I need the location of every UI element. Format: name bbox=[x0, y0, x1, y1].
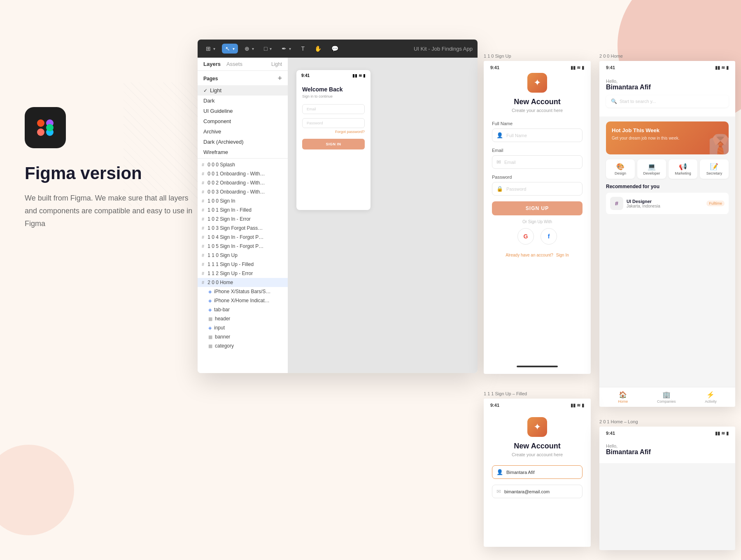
job-listing-item[interactable]: # UI Designer Jakarta, Indonesia Fulltim… bbox=[606, 193, 729, 214]
google-signin-button[interactable]: G bbox=[517, 228, 534, 245]
layer-item[interactable]: # 1 0 3 Sign Forgot Password bbox=[198, 224, 288, 233]
layer-item[interactable]: # 1 0 0 Sign In bbox=[198, 196, 288, 205]
fullname-field[interactable]: 👤 Full Name bbox=[492, 128, 583, 142]
home-search-bar[interactable]: 🔍 Start to search y... bbox=[606, 95, 729, 107]
home-long-header: Hello, Bimantara Afif bbox=[599, 439, 735, 463]
category-design[interactable]: 🎨 Design bbox=[606, 159, 635, 179]
page-item-component[interactable]: Component bbox=[198, 116, 288, 126]
page-item-ui-guideline[interactable]: UI Guideline bbox=[198, 106, 288, 116]
page-name-dark: Dark bbox=[203, 98, 214, 104]
layer-name: category bbox=[215, 343, 234, 349]
layer-item[interactable]: # 1 1 0 Sign Up bbox=[198, 251, 288, 260]
screen-body: Welcome Back Sign in to continue Email P… bbox=[296, 79, 370, 156]
layer-item-sub[interactable]: ▦ banner bbox=[198, 332, 288, 341]
layer-item[interactable]: # 1 0 5 Sign In - Forgot Password R... bbox=[198, 242, 288, 251]
layer-item[interactable]: # 1 1 1 Sign Up - Filled bbox=[198, 260, 288, 269]
filled-name-field[interactable]: 👤 Bimantara Afif bbox=[492, 465, 583, 479]
add-page-button[interactable]: + bbox=[277, 74, 282, 83]
screen-icons: ▮▮ ≋ ▮ bbox=[352, 73, 366, 78]
shape-icon: □ bbox=[264, 45, 267, 52]
layer-item-sub[interactable]: ◈ input bbox=[198, 323, 288, 332]
layer-item-sub[interactable]: ◈ iPhone X/Status Bars/Status Ba... bbox=[198, 287, 288, 296]
layer-name: 1 0 2 Sign In - Error bbox=[207, 216, 251, 222]
pages-list: ✓ Light Dark UI Guideline Component Arch… bbox=[198, 84, 288, 159]
component-icon: ◈ bbox=[208, 298, 212, 303]
facebook-signin-button[interactable]: f bbox=[541, 228, 557, 245]
layer-item-home[interactable]: # 2 0 0 Home bbox=[198, 278, 288, 287]
toolbar-tool-frame[interactable]: ⊕ ▾ bbox=[241, 44, 257, 54]
nav-home[interactable]: 🏠 Home bbox=[618, 391, 628, 404]
layer-item[interactable]: # 1 0 1 Sign In - Filled bbox=[198, 205, 288, 215]
page-item-dark[interactable]: Dark bbox=[198, 96, 288, 106]
page-item-wireframe[interactable]: Wireframe bbox=[198, 147, 288, 157]
toolbar-tool-grid[interactable]: ⊞ ▾ bbox=[203, 44, 219, 54]
nav-activity[interactable]: ⚡ Activity bbox=[705, 391, 717, 404]
layer-item[interactable]: # 0 0 3 Onboarding - With Control - ... bbox=[198, 187, 288, 196]
figma-app-icon bbox=[25, 107, 66, 148]
filled-label-text: 1 1 1 Sign Up – Filled bbox=[484, 391, 527, 396]
signin-button[interactable]: SIGN IN bbox=[302, 139, 365, 149]
toolbar-tool-cursor[interactable]: ↖ ▾ bbox=[222, 44, 238, 54]
page-name-wireframe: Wireframe bbox=[203, 149, 228, 155]
filled-title: New Account bbox=[492, 442, 583, 450]
layer-item[interactable]: # 1 1 2 Sign Up - Error bbox=[198, 269, 288, 278]
layer-item[interactable]: # 1 0 2 Sign In - Error bbox=[198, 215, 288, 224]
slack-icon: # bbox=[615, 200, 618, 207]
layer-item[interactable]: # 1 0 4 Sign In - Forgot Password Fi... bbox=[198, 233, 288, 242]
figma-toolbar: ⊞ ▾ ↖ ▾ ⊕ ▾ □ ▾ ✒ ▾ T ✋ 💬 UI Kit - Job F… bbox=[198, 40, 478, 58]
layers-list: # 0 0 0 Splash # 0 0 1 Onboarding - With… bbox=[198, 159, 288, 373]
signin-link[interactable]: Sign In bbox=[556, 253, 569, 257]
layer-item-sub[interactable]: ▦ header bbox=[198, 314, 288, 323]
password-field[interactable]: 🔒 Password bbox=[492, 182, 583, 196]
toolbar-tool-text[interactable]: T bbox=[298, 44, 308, 54]
page-item-dark-archived[interactable]: Dark (Archieved) bbox=[198, 137, 288, 147]
toolbar-tool-shape[interactable]: □ ▾ bbox=[261, 44, 275, 54]
google-icon: G bbox=[524, 233, 528, 240]
signup-logo: ✦ bbox=[527, 73, 547, 93]
hero-title: Figma version bbox=[25, 163, 198, 184]
sidebar-mode[interactable]: Light bbox=[271, 61, 282, 67]
email-field[interactable]: ✉ Email bbox=[492, 155, 583, 169]
toolbar-tool-pen[interactable]: ✒ ▾ bbox=[278, 44, 294, 54]
toolbar-tool-comment[interactable]: 💬 bbox=[328, 44, 342, 54]
forgot-password-link[interactable]: Forgot password? bbox=[302, 130, 365, 134]
component-icon: ◈ bbox=[208, 307, 212, 313]
layer-item[interactable]: # 0 0 2 Onboarding - With Control - ... bbox=[198, 178, 288, 187]
layer-item-sub[interactable]: ◈ iPhone X/Home Indicator/Hom... bbox=[198, 296, 288, 305]
layer-name: 0 0 0 Splash bbox=[207, 162, 235, 168]
hash-icon: # bbox=[202, 198, 204, 203]
toolbar-tool-hand[interactable]: ✋ bbox=[311, 44, 325, 54]
home-label: 2 0 0 Home bbox=[599, 54, 623, 58]
category-marketing[interactable]: 📢 Marketing bbox=[669, 159, 697, 179]
hero-description: We built from Figma. We make sure that a… bbox=[25, 192, 198, 230]
layer-item-sub[interactable]: ▦ category bbox=[198, 341, 288, 350]
tab-assets[interactable]: Assets bbox=[226, 61, 242, 67]
category-secretary[interactable]: 📝 Secretary bbox=[700, 159, 729, 179]
signup-button[interactable]: SIGN UP bbox=[492, 201, 583, 215]
developer-icon: 💻 bbox=[639, 163, 664, 170]
fullname-placeholder: Full Name bbox=[506, 133, 527, 138]
signup-label-text: 1 1 0 Sign Up bbox=[484, 54, 511, 58]
tab-layers[interactable]: Layers bbox=[203, 61, 221, 67]
layer-name: 0 0 3 Onboarding - With Control - ... bbox=[207, 189, 265, 195]
nav-companies[interactable]: 🏢 Companies bbox=[657, 391, 676, 404]
layer-item-sub[interactable]: ◈ tab-bar bbox=[198, 305, 288, 314]
hot-job-banner: Hot Job This Week Get your dream job now… bbox=[606, 121, 729, 154]
filled-name-value: Bimantara Afif bbox=[506, 470, 534, 475]
active-checkmark: ✓ bbox=[203, 88, 207, 93]
sidebar-tab-group: Layers Assets bbox=[203, 61, 242, 67]
filled-logo: ✦ bbox=[527, 417, 547, 437]
person-icon: 👤 bbox=[496, 132, 503, 138]
layer-item[interactable]: # 0 0 0 Splash bbox=[198, 160, 288, 169]
page-item-archive[interactable]: Archive bbox=[198, 126, 288, 137]
layer-item[interactable]: # 0 0 1 Onboarding - With Control - ... bbox=[198, 169, 288, 178]
signup-filled-screen: 9:41 ▮▮ ≋ ▮ ✦ New Account Create your ac… bbox=[484, 399, 591, 547]
category-developer[interactable]: 💻 Developer bbox=[637, 159, 666, 179]
hash-icon: # bbox=[202, 262, 204, 267]
layer-name: 0 0 2 Onboarding - With Control - ... bbox=[207, 180, 265, 186]
filled-email-field[interactable]: ✉ bimantara@email.com bbox=[492, 485, 583, 498]
signup-subtitle: Create your account here bbox=[492, 108, 583, 113]
page-item-light[interactable]: ✓ Light bbox=[198, 85, 288, 96]
email-placeholder: Email bbox=[504, 160, 516, 165]
home-long-time: 9:41 bbox=[606, 431, 615, 436]
